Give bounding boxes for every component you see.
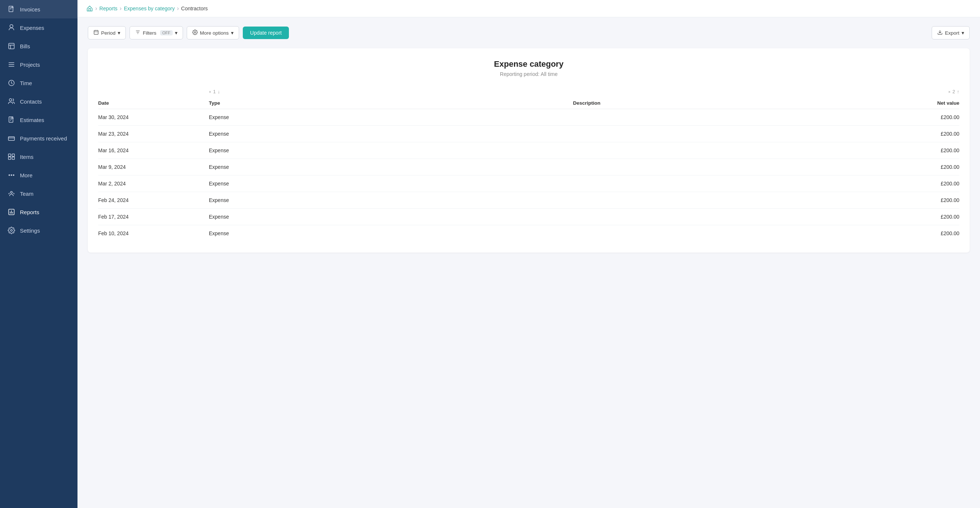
sidebar-label-settings: Settings (20, 227, 40, 234)
payments-icon (7, 134, 16, 142)
sort2-x-icon: × (948, 90, 950, 94)
sidebar-item-payments-received[interactable]: Payments received (0, 129, 78, 148)
column-header-date[interactable]: Date (98, 100, 209, 106)
period-chevron-icon: ▾ (118, 30, 120, 36)
sidebar-label-reports: Reports (20, 209, 40, 215)
reports-icon (7, 208, 16, 216)
sort2-arrow-icon: ↑ (957, 89, 960, 94)
sidebar-item-invoices[interactable]: Invoices (0, 0, 78, 18)
sidebar: Invoices Expenses Bills Projects Time Co… (0, 0, 78, 508)
cell-date: Feb 10, 2024 (98, 230, 209, 236)
svg-point-16 (194, 32, 196, 33)
bills-icon (7, 42, 16, 50)
sidebar-label-expenses: Expenses (20, 25, 44, 31)
breadcrumb-reports[interactable]: Reports (99, 6, 117, 11)
breadcrumb-home[interactable] (86, 5, 93, 12)
team-icon (7, 189, 16, 198)
export-chevron-icon: ▾ (962, 30, 964, 36)
cell-net-value: £200.00 (940, 197, 959, 203)
svg-point-14 (11, 230, 13, 232)
column-header-net-value[interactable]: Net value (937, 100, 959, 106)
sidebar-item-time[interactable]: Time (0, 74, 78, 92)
sidebar-label-payments-received: Payments received (20, 135, 67, 141)
contacts-icon (7, 97, 16, 105)
filters-button[interactable]: Filters OFF ▾ (129, 26, 183, 40)
report-subtitle: Reporting period: All time (98, 71, 959, 77)
svg-point-12 (11, 191, 13, 193)
sidebar-item-more[interactable]: More (0, 166, 78, 184)
more-options-button[interactable]: More options ▾ (187, 26, 239, 40)
sidebar-item-projects[interactable]: Projects (0, 55, 78, 74)
expenses-icon (7, 24, 16, 32)
cell-type: Expense (209, 230, 575, 236)
svg-rect-1 (9, 43, 14, 49)
svg-point-9 (9, 175, 10, 176)
period-label: Period (101, 30, 116, 36)
table-row[interactable]: Feb 24, 2024 Expense £200.00 (98, 192, 959, 209)
cell-type: Expense (209, 131, 575, 137)
sidebar-item-reports[interactable]: Reports (0, 203, 78, 221)
more-options-label: More options (200, 30, 229, 36)
column-header-description[interactable]: Description (573, 100, 937, 106)
sidebar-item-contacts[interactable]: Contacts (0, 92, 78, 111)
sidebar-item-team[interactable]: Team (0, 184, 78, 203)
table-row[interactable]: Mar 30, 2024 Expense £200.00 (98, 109, 959, 126)
cell-date: Mar 2, 2024 (98, 181, 209, 187)
gear-icon (192, 30, 198, 36)
projects-icon (7, 60, 16, 68)
invoice-icon (7, 5, 16, 13)
table-row[interactable]: Mar 16, 2024 Expense £200.00 (98, 142, 959, 159)
sidebar-item-expenses[interactable]: Expenses (0, 18, 78, 37)
table-row[interactable]: Mar 2, 2024 Expense £200.00 (98, 175, 959, 192)
sidebar-item-settings[interactable]: Settings (0, 221, 78, 240)
update-report-button[interactable]: Update report (243, 27, 289, 39)
sidebar-item-estimates[interactable]: Estimates (0, 111, 78, 129)
sort1-x-icon: × (209, 90, 211, 94)
column-header-type[interactable]: Type (209, 100, 573, 106)
breadcrumb-sep-2: › (119, 5, 121, 12)
breadcrumb-expenses-by-category[interactable]: Expenses by category (124, 6, 175, 11)
cell-type: Expense (209, 197, 575, 203)
report-area: Period ▾ Filters OFF ▾ More options ▾ Up… (78, 17, 980, 508)
svg-rect-4 (9, 117, 13, 122)
table-row[interactable]: Feb 10, 2024 Expense £200.00 (98, 225, 959, 241)
table-row[interactable]: Feb 17, 2024 Expense £200.00 (98, 209, 959, 225)
cell-type: Expense (209, 181, 575, 187)
svg-rect-6 (12, 154, 15, 157)
cell-date: Mar 23, 2024 (98, 131, 209, 137)
svg-point-10 (11, 175, 12, 176)
svg-point-3 (9, 99, 12, 102)
sort-indicator-2[interactable]: × 2 ↑ (948, 89, 959, 94)
toolbar: Period ▾ Filters OFF ▾ More options ▾ Up… (88, 26, 970, 40)
sidebar-item-items[interactable]: Items (0, 148, 78, 166)
cell-net-value: £200.00 (940, 148, 959, 153)
time-icon (7, 79, 16, 87)
svg-point-11 (13, 175, 14, 176)
sidebar-item-bills[interactable]: Bills (0, 37, 78, 55)
sort1-number: 1 (213, 89, 215, 94)
sidebar-label-team: Team (20, 190, 33, 197)
sidebar-label-items: Items (20, 154, 33, 160)
export-label: Export (945, 30, 959, 36)
svg-rect-8 (12, 157, 15, 160)
more-options-chevron-icon: ▾ (231, 30, 234, 36)
table-row[interactable]: Mar 9, 2024 Expense £200.00 (98, 159, 959, 175)
toolbar-right: Export ▾ (932, 26, 970, 40)
table-header: Date Type Description Net value (98, 97, 959, 109)
filters-status: OFF (160, 30, 173, 35)
cell-net-value: £200.00 (940, 230, 959, 236)
sidebar-label-contacts: Contacts (20, 98, 42, 105)
export-button[interactable]: Export ▾ (932, 26, 970, 40)
period-button[interactable]: Period ▾ (88, 26, 126, 40)
sort1-arrow-icon: ↓ (218, 89, 220, 94)
table-row[interactable]: Mar 23, 2024 Expense £200.00 (98, 126, 959, 142)
breadcrumb: › Reports › Expenses by category › Contr… (78, 0, 980, 17)
sort-indicator-1[interactable]: × 1 ↓ (98, 89, 220, 94)
sidebar-label-invoices: Invoices (20, 6, 40, 13)
settings-icon (7, 226, 16, 235)
cell-net-value: £200.00 (940, 164, 959, 170)
cell-date: Feb 24, 2024 (98, 197, 209, 203)
sort2-number: 2 (952, 89, 955, 94)
estimates-icon (7, 116, 16, 124)
report-content: Expense category Reporting period: All t… (88, 48, 970, 252)
